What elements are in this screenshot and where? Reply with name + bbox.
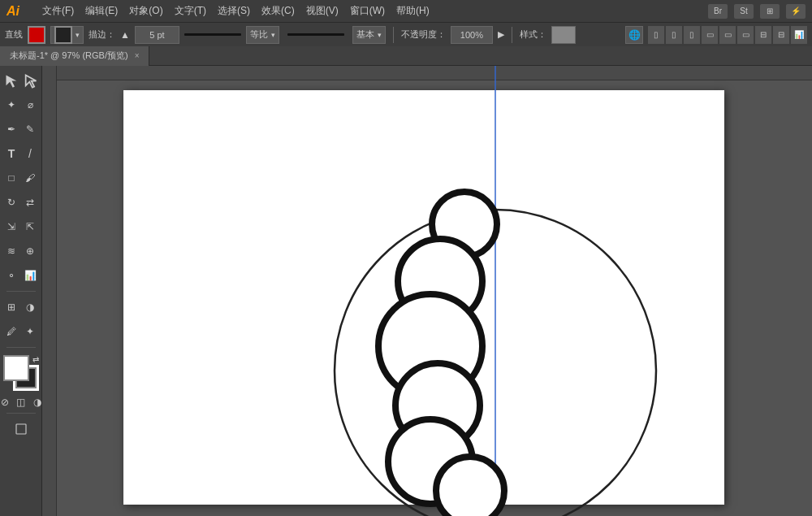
menu-help[interactable]: 帮助(H) [396,4,430,18]
distribute-v-icon[interactable]: ⊟ [773,26,789,44]
stroke-width-input[interactable] [135,26,179,44]
search-bar-icon[interactable]: ⚡ [786,4,806,19]
globe-icon-btn[interactable]: 🌐 [625,26,643,44]
align-center-icon[interactable]: ▯ [666,26,682,44]
tool-divider-1 [6,291,36,292]
opacity-label: 不透明度： [401,28,446,41]
left-toolbar: ✦ ⌀ ✒ ✎ T / □ 🖌 ↻ ⇄ ⇲ ⇱ ≋ ⊕ ⚬ 📊 [0,66,42,516]
rotate-tool[interactable]: ↻ [3,191,20,214]
distribute-h-icon[interactable]: ⊟ [755,26,771,44]
pen-tool[interactable]: ✒ [3,118,20,141]
pen-tool-group: ✒ ✎ [3,118,39,141]
scale-tool[interactable]: ⇲ [3,215,20,238]
artwork-svg [42,66,812,516]
align-right-icon[interactable]: ▯ [684,26,700,44]
line-basic-dropdown[interactable]: 基本 [352,26,386,44]
column-graph-tool[interactable]: 📊 [22,264,39,287]
style-label: 样式： [520,28,546,41]
menu-view[interactable]: 视图(V) [306,4,339,18]
color-mode-icon[interactable]: ◫ [15,396,28,409]
paintbrush-tool[interactable]: 🖌 [22,167,39,189]
fill-color-button[interactable] [28,26,45,44]
symbol-tool-group: ⚬ 📊 [3,264,39,287]
shape-tool-group: □ 🖌 [3,167,39,189]
stroke-dropdown[interactable] [50,26,84,44]
artboard-tool[interactable] [3,418,39,440]
menu-bar: 文件(F) 编辑(E) 对象(O) 文字(T) 选择(S) 效果(C) 视图(V… [42,4,430,18]
reflect-tool[interactable]: ⇄ [22,191,39,214]
eyedropper-tool[interactable]: 🖉 [3,320,20,343]
line-style-1 [184,33,241,36]
menu-select[interactable]: 选择(S) [218,4,250,18]
eyedropper-group: 🖉 ✦ [3,320,39,343]
selection-tool[interactable] [3,69,20,92]
type-tool-group: T / [3,142,39,165]
tool-name-label: 直线 [5,28,23,41]
menu-edit[interactable]: 编辑(E) [85,4,118,18]
stroke-color-box[interactable] [54,26,72,44]
separator-1 [393,27,394,43]
color-mode-icons: ⊘ ◫ ◑ [0,396,44,409]
right-toolbar: 🌐 ▯ ▯ ▯ ▭ ▭ ▭ ⊟ ⊟ 📊 [625,26,807,44]
direct-selection-tool[interactable] [22,69,39,92]
type-tool[interactable]: T [3,142,20,165]
fill-color-swatch[interactable] [3,355,29,381]
symbol-sprayer-tool[interactable]: ⚬ [3,264,20,287]
menu-object[interactable]: 对象(O) [129,4,162,18]
menu-window[interactable]: 窗口(W) [350,4,385,18]
warp-tool2[interactable]: ≋ [3,240,20,262]
title-bar: Ai 文件(F) 编辑(E) 对象(O) 文字(T) 选择(S) 效果(C) 视… [0,0,812,22]
align-top-icon[interactable]: ▭ [702,26,718,44]
document-tab[interactable]: 未标题-1* @ 97% (RGB/预览) × [0,46,149,66]
scale-tool-group: ⇲ ⇱ [3,215,39,238]
align-icons: ▯ ▯ ▯ ▭ ▭ ▭ ⊟ ⊟ 📊 [648,26,807,44]
rectangle-tool[interactable]: □ [3,167,20,189]
magic-wand-tool[interactable]: ✦ [3,93,20,116]
menu-type[interactable]: 文字(T) [175,4,206,18]
menu-file[interactable]: 文件(F) [42,4,74,18]
line-proportion-dropdown[interactable]: 等比 [246,26,279,44]
tab-bar: 未标题-1* @ 97% (RGB/预览) × [0,46,812,66]
main-area: ✦ ⌀ ✒ ✎ T / □ 🖌 ↻ ⇄ ⇲ ⇱ ≋ ⊕ ⚬ 📊 [0,66,812,516]
align-middle-icon[interactable]: ▭ [719,26,736,44]
rotate-tool-group: ↻ ⇄ [3,191,39,214]
tool-divider-3 [6,413,36,414]
apps-icon[interactable]: ⊞ [760,4,780,19]
align-left-icon[interactable]: ▯ [648,26,664,44]
small-circle-6 [436,457,504,516]
tab-title: 未标题-1* @ 97% (RGB/预览) [10,50,128,62]
reshape-tool[interactable]: ⇱ [22,215,39,238]
stroke-label: 描边： [89,28,115,41]
separator-2 [512,27,512,43]
blend-tool[interactable]: ✦ [22,320,39,343]
stock-icon[interactable]: St [734,4,754,19]
more-options-btn[interactable]: ▶ [498,29,504,40]
canvas-area [42,66,812,516]
line-tool[interactable]: / [22,142,39,165]
lasso-tool[interactable]: ⌀ [22,93,39,116]
line-style-2 [287,33,344,36]
app-logo: Ai [6,4,32,19]
title-right-icons: Br St ⊞ ⚡ [708,4,806,19]
none-color-icon[interactable]: ⊘ [0,396,11,409]
tab-close-button[interactable]: × [135,51,140,60]
select-tool-group [3,69,39,92]
svg-rect-0 [16,424,26,434]
chart-icon[interactable]: 📊 [791,26,807,44]
mesh-tool[interactable]: ⊞ [3,296,20,319]
fill-stroke-container: ⇄ [3,355,39,391]
warp-tool-group2: ≋ ⊕ [3,240,39,262]
style-box[interactable] [551,26,576,44]
free-transform-tool[interactable]: ⊕ [22,240,39,262]
add-anchor-tool[interactable]: ✎ [22,118,39,141]
options-toolbar: 直线 描边： ▲ 等比 基本 不透明度： ▶ 样式： 🌐 ▯ ▯ ▯ ▭ ▭ ▭… [0,22,812,46]
warp-tool-group: ✦ ⌀ [3,93,39,116]
color-area: ⇄ ⊘ ◫ ◑ [0,355,44,409]
bridge-icon[interactable]: Br [708,4,728,19]
swap-colors-button[interactable]: ⇄ [32,355,39,364]
align-bottom-icon[interactable]: ▭ [737,26,754,44]
gradient-tool[interactable]: ◑ [22,296,39,319]
tool-divider-2 [6,347,36,348]
opacity-input[interactable] [451,26,493,44]
menu-effect[interactable]: 效果(C) [261,4,295,18]
